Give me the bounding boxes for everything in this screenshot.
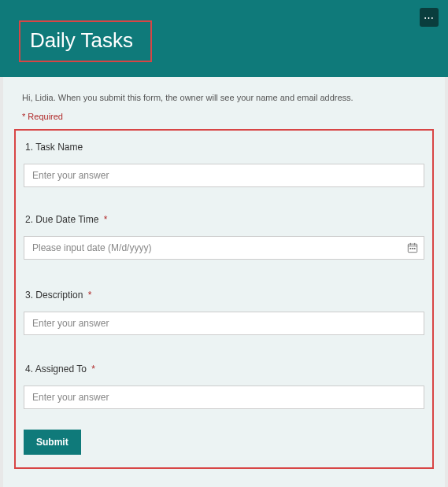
assigned-to-input[interactable] xyxy=(24,386,424,409)
questions-highlight: 1. Task Name 2. Due Date Time * xyxy=(14,129,434,469)
question-description: 3. Description * xyxy=(24,290,424,335)
required-note: * Required xyxy=(22,112,434,121)
due-date-input[interactable] xyxy=(24,236,424,260)
form-title-highlight: Daily Tasks xyxy=(19,20,152,62)
form-header: ⋯ Daily Tasks xyxy=(0,0,448,77)
required-star: * xyxy=(88,290,92,301)
question-label: 3. Description * xyxy=(25,290,424,301)
required-star: * xyxy=(104,214,108,225)
description-input[interactable] xyxy=(24,312,424,335)
greeting-text: Hi, Lidia. When you submit this form, th… xyxy=(22,93,434,102)
question-assigned-to: 4. Assigned To * xyxy=(24,363,424,409)
more-options-button[interactable]: ⋯ xyxy=(420,8,439,27)
question-due-date: 2. Due Date Time * xyxy=(24,214,424,260)
more-icon: ⋯ xyxy=(424,12,435,24)
required-star: * xyxy=(91,363,95,374)
question-task-name: 1. Task Name xyxy=(24,142,424,187)
question-label: 4. Assigned To * xyxy=(25,363,424,374)
submit-button[interactable]: Submit xyxy=(24,430,81,455)
question-label: 2. Due Date Time * xyxy=(25,214,424,225)
form-title: Daily Tasks xyxy=(30,28,133,53)
question-label: 1. Task Name xyxy=(25,142,424,153)
task-name-input[interactable] xyxy=(24,164,424,187)
form-body: Hi, Lidia. When you submit this form, th… xyxy=(3,77,445,487)
